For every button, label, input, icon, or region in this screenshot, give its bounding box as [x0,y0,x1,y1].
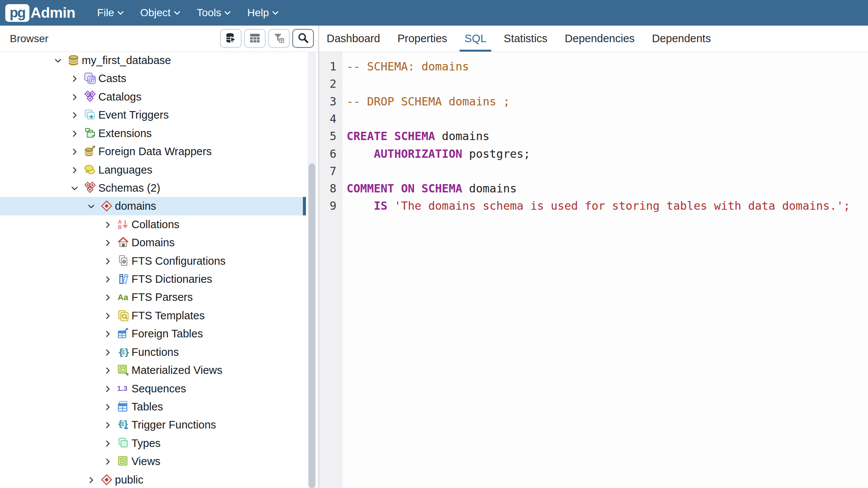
line-number: 6 [330,145,336,163]
tree-item-public[interactable]: public [0,471,306,488]
tree-item-views[interactable]: Views [0,452,306,471]
token-comment: -- SCHEMA: domains [347,60,469,73]
chevron-right-icon[interactable] [103,293,112,302]
chevron-right-icon[interactable] [70,111,79,120]
chevron-right-icon[interactable] [87,476,96,485]
tree-item-label: FTS Configurations [131,252,226,270]
tree-item-label: Catalogs [98,88,141,106]
filtered-rows-button[interactable] [268,29,290,48]
chevron-down-icon[interactable] [87,202,96,211]
menu-object[interactable]: Object [140,7,179,19]
code-line-3[interactable]: -- DROP SCHEMA domains ; [347,93,510,110]
tree-item-label: Languages [98,161,153,179]
chevron-right-icon[interactable] [70,147,79,156]
line-number: 9 [330,197,336,215]
db-arrow-icon [225,32,237,45]
tree-item-collations[interactable]: ABCollations [0,215,306,234]
tree-item-label: Extensions [98,124,152,143]
menu-help[interactable]: Help [247,7,278,19]
languages-icon [84,163,96,176]
fts-parsers-icon: Aa [117,291,130,303]
tree-item-fts-configurations[interactable]: FTS Configurations [0,252,306,270]
tab-properties[interactable]: Properties [397,26,447,52]
tree-item-foreign-tables[interactable]: Foreign Tables [0,325,306,343]
tree-item-label: Event Triggers [98,106,169,124]
foreign-tables-icon [117,327,130,340]
tree-item-fts-templates[interactable]: FTS Templates [0,307,306,325]
token-keyword: IS [374,199,387,212]
chevron-down-icon[interactable] [70,184,79,193]
selection-indicator [303,197,306,215]
tree-item-fts-dictionaries[interactable]: FTS Dictionaries [0,270,306,288]
fts-templates-icon [117,309,130,322]
chevron-right-icon[interactable] [103,348,112,357]
chevron-right-icon[interactable] [103,384,112,393]
tab-sql[interactable]: SQL [465,26,486,52]
chevron-down-icon[interactable] [53,56,63,65]
tree-item-materialized-views[interactable]: Materialized Views [0,361,306,380]
browser-panel-header: Browser [0,26,318,52]
chevron-right-icon[interactable] [103,439,112,448]
tree-item-extensions[interactable]: Extensions [0,124,306,143]
chevron-right-icon[interactable] [70,93,79,102]
tree-item-my-first-database[interactable]: my_first_database [0,52,306,70]
chevron-right-icon[interactable] [103,257,112,266]
chevron-right-icon[interactable] [103,238,112,247]
line-number: 8 [330,180,336,197]
tree-item-domains[interactable]: domains [0,197,306,215]
tree-item-label: Domains [131,233,174,252]
line-number: 2 [330,75,336,93]
tree-scrollbar-thumb[interactable] [309,163,315,488]
chevron-right-icon[interactable] [103,366,112,375]
editor-code-area[interactable]: -- SCHEMA: domains-- DROP SCHEMA domains… [342,52,868,488]
code-line-1[interactable]: -- SCHEMA: domains [347,58,469,75]
chevron-right-icon[interactable] [103,457,112,466]
tree-item-label: Foreign Data Wrappers [98,142,212,161]
chevron-right-icon[interactable] [103,275,112,284]
chevron-right-icon[interactable] [70,74,79,83]
view-data-button[interactable] [244,29,266,48]
tree-item-schemas-2[interactable]: Schemas (2) [0,179,306,197]
tab-dependencies[interactable]: Dependencies [565,26,634,52]
code-line-5[interactable]: CREATE SCHEMA domains [347,128,489,145]
chevron-right-icon[interactable] [70,129,79,138]
tab-statistics[interactable]: Statistics [504,26,547,52]
tree-item-domains[interactable]: Domains [0,233,306,252]
tree-item-fts-parsers[interactable]: AaFTS Parsers [0,288,306,307]
tree-item-event-triggers[interactable]: Event Triggers [0,106,306,124]
chevron-right-icon[interactable] [103,421,112,430]
tree-item-catalogs[interactable]: Catalogs [0,88,306,106]
code-line-8[interactable]: COMMENT ON SCHEMA domains [347,180,517,197]
chevron-right-icon[interactable] [70,166,79,175]
tree-item-languages[interactable]: Languages [0,161,306,179]
tree-item-label: Functions [131,343,179,361]
token-plain [347,147,374,160]
chevron-right-icon[interactable] [103,311,112,320]
menu-tools[interactable]: Tools [197,7,230,19]
tree-item-functions[interactable]: {}Functions [0,343,306,361]
tree-item-sequences[interactable]: 1..3Sequences [0,380,306,398]
code-line-6[interactable]: AUTHORIZATION postgres; [347,145,530,163]
tree-item-foreign-data-wrappers[interactable]: Foreign Data Wrappers [0,142,306,161]
sql-editor[interactable]: 123456789 -- SCHEMA: domains-- DROP SCHE… [319,52,868,488]
tab-dependents[interactable]: Dependents [652,26,711,52]
code-line-9[interactable]: IS 'The domains schema is used for stori… [347,197,850,215]
grid-icon [249,32,261,45]
object-explorer-button[interactable] [220,29,241,48]
tree-item-types[interactable]: Types [0,434,306,453]
chevron-right-icon[interactable] [103,220,112,229]
search-objects-button[interactable] [292,29,314,48]
chevron-down-icon [117,9,124,15]
tree-item-tables[interactable]: Tables [0,398,306,416]
chevron-right-icon[interactable] [103,329,112,339]
line-number: 5 [330,128,336,145]
chevron-right-icon[interactable] [103,403,112,412]
menu-file[interactable]: File [97,7,123,19]
tree-item-trigger-functions[interactable]: {}Trigger Functions [0,416,306,434]
tab-dashboard[interactable]: Dashboard [327,26,380,52]
filter-table-icon [273,32,285,45]
catalogs-icon [84,90,96,103]
tree-item-casts[interactable]: Casts [0,69,306,88]
token-plain: domains [462,182,517,195]
token-keyword: CREATE SCHEMA [347,130,435,143]
